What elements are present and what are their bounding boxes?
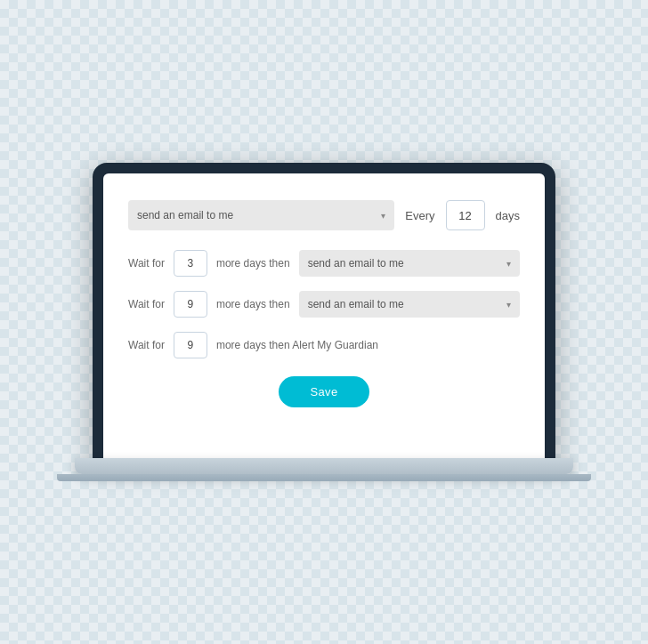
more-days-alert-label-3: more days then Alert My Guardian: [216, 339, 378, 351]
every-label: Every: [405, 209, 434, 222]
laptop-foot: [57, 474, 591, 481]
wait-for-label-1: Wait for: [128, 257, 165, 270]
wait-for-label-3: Wait for: [128, 339, 165, 351]
wait-for-label-2: Wait for: [128, 298, 165, 310]
laptop-mockup: send an email to mesend a text to mecall…: [57, 163, 591, 481]
wait-number-input-3[interactable]: [174, 332, 207, 358]
condition-row-3: Wait for more days then Alert My Guardia…: [128, 332, 520, 358]
days-label: days: [496, 209, 520, 222]
action-select-2[interactable]: send an email to me send a text to me ca…: [299, 291, 520, 318]
action-select-container-1[interactable]: send an email to me send a text to me ca…: [299, 250, 520, 277]
email-select-container[interactable]: send an email to mesend a text to mecall…: [128, 200, 394, 230]
wait-number-input-2[interactable]: [174, 291, 207, 318]
condition-row-1: Wait for more days then send an email to…: [128, 250, 520, 277]
screen-content: send an email to mesend a text to mecall…: [103, 173, 545, 458]
laptop-screen: send an email to mesend a text to mecall…: [93, 163, 555, 458]
wait-number-input-1[interactable]: [174, 250, 207, 277]
save-button[interactable]: Save: [279, 376, 370, 407]
main-email-select[interactable]: send an email to mesend a text to mecall…: [128, 200, 394, 230]
more-days-label-1: more days then: [216, 257, 290, 270]
action-select-container-2[interactable]: send an email to me send a text to me ca…: [299, 291, 520, 318]
top-row: send an email to mesend a text to mecall…: [128, 200, 520, 230]
more-days-label-2: more days then: [216, 298, 290, 310]
condition-row-2: Wait for more days then send an email to…: [128, 291, 520, 318]
action-select-1[interactable]: send an email to me send a text to me ca…: [299, 250, 520, 277]
laptop-base: [75, 458, 573, 474]
save-button-row: Save: [128, 376, 520, 407]
every-number-input[interactable]: [446, 200, 485, 230]
